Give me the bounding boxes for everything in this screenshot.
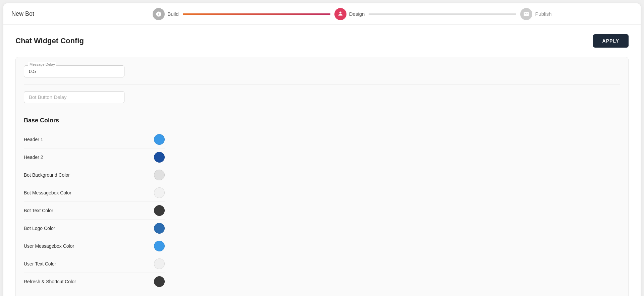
apply-button[interactable]: APPLY xyxy=(593,34,629,48)
progress-line-publish xyxy=(369,13,516,15)
form-section: Message Delay Base Colors Header 1Header… xyxy=(15,57,629,296)
build-icon xyxy=(153,8,165,20)
divider-1 xyxy=(24,84,620,84)
color-label: Refresh & Shortcut Color xyxy=(24,279,76,284)
color-label: Header 1 xyxy=(24,137,43,142)
color-swatch-0[interactable] xyxy=(154,134,165,145)
color-label: User Messagebox Color xyxy=(24,243,74,249)
color-rows-container: Header 1Header 2Bot Background ColorBot … xyxy=(24,131,620,290)
color-swatch-2[interactable] xyxy=(154,170,165,180)
color-swatch-5[interactable] xyxy=(154,223,165,234)
step-design[interactable]: Design xyxy=(334,8,365,20)
color-row: Header 2 xyxy=(24,149,165,166)
publish-label: Publish xyxy=(535,11,551,17)
bot-button-delay-group xyxy=(24,91,620,103)
bot-button-delay-field-wrapper xyxy=(24,91,124,103)
progress-stepper: Build Design Publish xyxy=(72,8,633,20)
design-icon xyxy=(334,8,346,20)
step-publish[interactable]: Publish xyxy=(520,8,551,20)
design-label: Design xyxy=(349,11,365,17)
page-header: Chat Widget Config APPLY xyxy=(15,34,629,48)
color-swatch-4[interactable] xyxy=(154,205,165,216)
step-build[interactable]: Build xyxy=(153,8,178,20)
color-swatch-6[interactable] xyxy=(154,241,165,251)
color-label: User Text Color xyxy=(24,261,56,267)
color-row: User Text Color xyxy=(24,255,165,273)
bot-title: New Bot xyxy=(11,10,72,17)
color-swatch-8[interactable] xyxy=(154,276,165,287)
message-delay-group: Message Delay xyxy=(24,65,620,77)
main-content: Chat Widget Config APPLY Message Delay xyxy=(3,25,641,296)
message-delay-label: Message Delay xyxy=(28,62,56,66)
color-label: Bot Logo Color xyxy=(24,226,55,231)
base-colors-title: Base Colors xyxy=(24,117,620,124)
main-window: New Bot Build Design xyxy=(3,3,641,296)
color-row: Bot Messagebox Color xyxy=(24,184,165,202)
color-row: Bot Text Color xyxy=(24,202,165,220)
bot-button-delay-input[interactable] xyxy=(29,94,119,100)
color-row: Header 1 xyxy=(24,131,165,149)
message-delay-field-wrapper: Message Delay xyxy=(24,65,124,77)
color-swatch-3[interactable] xyxy=(154,187,165,198)
color-row: User Messagebox Color xyxy=(24,237,165,255)
color-swatch-7[interactable] xyxy=(154,258,165,269)
divider-2 xyxy=(24,110,620,110)
build-label: Build xyxy=(167,11,178,17)
color-label: Bot Background Color xyxy=(24,172,70,178)
message-delay-input[interactable] xyxy=(29,68,119,74)
publish-icon xyxy=(520,8,532,20)
page-title: Chat Widget Config xyxy=(15,37,84,45)
color-label: Bot Text Color xyxy=(24,208,53,213)
color-label: Header 2 xyxy=(24,155,43,160)
base-colors-section: Base Colors Header 1Header 2Bot Backgrou… xyxy=(24,117,620,290)
color-row: Bot Logo Color xyxy=(24,220,165,237)
progress-line-build xyxy=(183,13,330,15)
color-swatch-1[interactable] xyxy=(154,152,165,163)
color-row: Refresh & Shortcut Color xyxy=(24,273,165,290)
color-row: Bot Background Color xyxy=(24,166,165,184)
top-bar: New Bot Build Design xyxy=(3,3,641,25)
color-label: Bot Messagebox Color xyxy=(24,190,71,195)
